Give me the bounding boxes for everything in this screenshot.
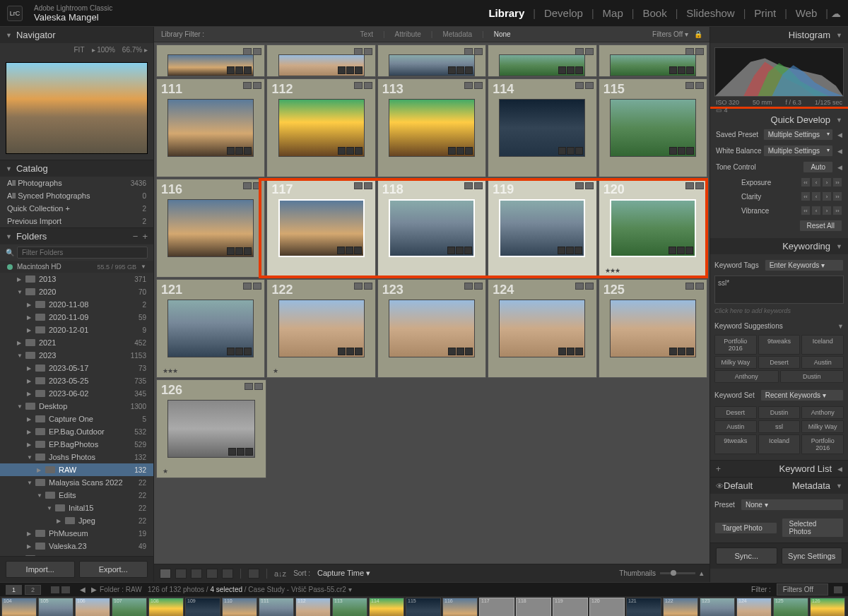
filmstrip-thumb[interactable]: 124 xyxy=(736,598,772,616)
nav-fit[interactable]: FIT xyxy=(74,46,85,54)
cell-flag-icon[interactable] xyxy=(474,82,483,89)
folder-item[interactable]: ▼20231153 xyxy=(0,349,153,362)
grid-cell[interactable]: 115 xyxy=(599,78,707,177)
rating-stars[interactable]: ★★★ xyxy=(605,267,620,274)
badge-icon[interactable] xyxy=(686,348,694,355)
filmstrip-thumb[interactable]: 109 xyxy=(185,598,220,616)
folder-item[interactable]: ▶2020-12-019 xyxy=(0,324,153,336)
thumbnail[interactable] xyxy=(389,99,475,158)
export-button[interactable]: Export... xyxy=(79,561,148,578)
grid-cell[interactable]: 123 xyxy=(377,279,486,378)
grid-cell[interactable]: 124 xyxy=(488,279,596,378)
filmstrip-thumb[interactable]: 105 xyxy=(38,598,73,616)
qd-vibrance-dec2[interactable]: ‹‹ xyxy=(801,206,811,215)
keyword-list-header[interactable]: + Keyword List ◀ xyxy=(710,461,848,477)
expand-icon[interactable]: ▶ xyxy=(27,314,34,321)
badge-icon[interactable] xyxy=(567,147,575,155)
filmstrip[interactable]: 1041051061071081091101111121131141151161… xyxy=(0,596,848,616)
cell-stack-icon[interactable] xyxy=(354,283,363,290)
md-preset-select[interactable]: None ▾ xyxy=(741,499,844,511)
sb-view-1[interactable]: 1 xyxy=(6,585,22,595)
toolbar-menu-icon[interactable]: ▴ xyxy=(700,569,704,578)
grid-cell[interactable]: 113 xyxy=(377,78,486,177)
folder-item[interactable]: ▶Jpeg22 xyxy=(0,514,153,527)
rating-stars[interactable]: ★ xyxy=(163,468,167,475)
badge-icon[interactable] xyxy=(355,66,363,74)
import-button[interactable]: Import... xyxy=(6,561,75,578)
badge-icon[interactable] xyxy=(346,147,354,155)
thumbnail[interactable] xyxy=(499,99,585,158)
grid-cell[interactable]: 121★★★ xyxy=(156,279,265,378)
qd-clarity-inc[interactable]: › xyxy=(822,191,832,201)
expand-icon[interactable]: ▼ xyxy=(27,454,34,461)
folder-item[interactable]: ▶2023-06-02345 xyxy=(0,387,153,400)
badge-icon[interactable] xyxy=(669,147,677,155)
cell-flag-icon[interactable] xyxy=(474,48,483,55)
metadata-header[interactable]: 👁 Default Metadata ▼ xyxy=(710,478,848,494)
navigator-header[interactable]: ▼ Navigator xyxy=(0,27,153,43)
badge-icon[interactable] xyxy=(346,247,353,254)
filmstrip-thumb[interactable]: 112 xyxy=(295,598,331,616)
qd-exposure-dec[interactable]: ‹ xyxy=(811,177,821,187)
folder-item[interactable]: ▶2020-11-0959 xyxy=(0,311,153,324)
sb-nav-back[interactable]: ◀ xyxy=(80,586,86,593)
cell-flag-icon[interactable] xyxy=(695,82,704,89)
badge-icon[interactable] xyxy=(338,348,346,355)
kw-set-select[interactable]: Recent Keywords ▾ xyxy=(760,389,844,401)
badge-icon[interactable] xyxy=(227,147,235,155)
filmstrip-thumb[interactable]: 117 xyxy=(479,598,514,616)
expand-icon[interactable]: ▶ xyxy=(27,531,34,537)
cell-flag-icon[interactable] xyxy=(695,182,704,189)
badge-icon[interactable] xyxy=(567,348,575,355)
filmstrip-thumb[interactable]: 116 xyxy=(442,598,478,616)
filmstrip-thumb[interactable]: 126 xyxy=(810,598,845,616)
folder-minus-icon[interactable]: − xyxy=(133,231,139,242)
quick-develop-header[interactable]: Quick Develop ▼ xyxy=(713,113,845,126)
folder-item[interactable]: ▼Inital1522 xyxy=(0,502,153,514)
kw-add-hint[interactable]: Click here to add keywords xyxy=(714,306,844,316)
rating-stars[interactable]: ★ xyxy=(273,367,278,374)
badge-icon[interactable] xyxy=(228,448,236,456)
grid-cell[interactable]: 111 xyxy=(156,78,265,177)
thumbnail[interactable] xyxy=(278,54,365,76)
survey-view-icon[interactable] xyxy=(206,569,218,579)
filter-tab-none[interactable]: None xyxy=(494,30,511,38)
qd-wb-select[interactable]: Multiple Settings xyxy=(763,145,833,157)
cell-flag-icon[interactable] xyxy=(253,182,261,189)
qd-preset-select[interactable]: Multiple Settings xyxy=(763,129,833,141)
kw-set-tag[interactable]: 9tweaks xyxy=(714,434,757,454)
thumbnail-size-slider[interactable] xyxy=(660,572,695,574)
badge-icon[interactable] xyxy=(686,66,694,74)
module-web[interactable]: Web xyxy=(790,4,823,22)
filmstrip-thumb[interactable]: 121 xyxy=(626,598,661,616)
qd-clarity-dec2[interactable]: ‹‹ xyxy=(801,191,811,201)
badge-icon[interactable] xyxy=(448,348,456,355)
qd-tone-expand[interactable]: ◀ xyxy=(837,164,842,171)
cell-stack-icon[interactable] xyxy=(575,182,584,189)
thumbnail[interactable] xyxy=(167,99,254,158)
grid-view-icon[interactable] xyxy=(160,569,171,579)
expand-icon[interactable]: ▼ xyxy=(27,480,34,486)
qd-exposure-inc[interactable]: › xyxy=(822,177,832,187)
histogram-header[interactable]: Histogram ▼ xyxy=(710,27,848,43)
navigator-preview[interactable] xyxy=(6,62,148,154)
expand-icon[interactable]: ▶ xyxy=(27,391,34,397)
filmstrip-thumb[interactable]: 119 xyxy=(553,598,588,616)
filmstrip-thumb[interactable]: 118 xyxy=(516,598,551,616)
badge-icon[interactable] xyxy=(227,66,235,74)
expand-icon[interactable]: ▼ xyxy=(47,505,54,511)
folder-item[interactable]: ▼Edits22 xyxy=(0,489,153,502)
kw-suggestion-tag[interactable]: Iceland xyxy=(801,335,844,355)
thumbnail[interactable] xyxy=(610,199,696,258)
folder-plus-icon[interactable]: + xyxy=(142,231,148,242)
badge-icon[interactable] xyxy=(464,247,472,254)
badge-icon[interactable] xyxy=(457,348,464,355)
kw-set-tag[interactable]: Portfolio 2016 xyxy=(801,434,844,454)
sync-settings-button[interactable]: Sync Settings xyxy=(782,547,843,564)
badge-icon[interactable] xyxy=(465,348,473,355)
badge-icon[interactable] xyxy=(677,247,685,254)
metadata-default[interactable]: Default xyxy=(724,480,753,491)
expand-icon[interactable]: ▶ xyxy=(17,276,24,283)
badge-icon[interactable] xyxy=(235,247,243,255)
cell-stack-icon[interactable] xyxy=(575,82,584,89)
